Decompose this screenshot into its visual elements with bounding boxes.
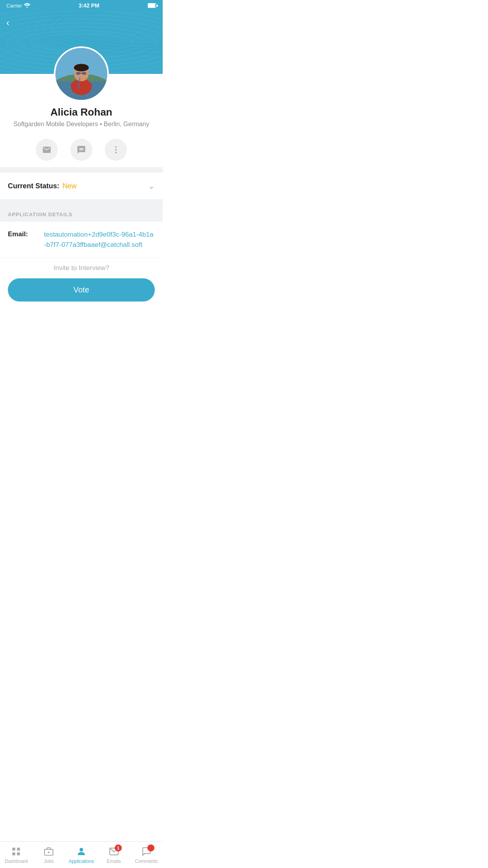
avatar bbox=[54, 46, 109, 101]
profile-info: Alicia Rohan Softgarden Mobile Developer… bbox=[0, 101, 163, 131]
status-time: 3:42 PM bbox=[79, 2, 99, 9]
svg-point-22 bbox=[74, 64, 89, 72]
email-value[interactable]: testautomation+2d9e0f3c-96a1-4b1a-b7f7-0… bbox=[44, 230, 155, 250]
svg-rect-20 bbox=[82, 72, 86, 75]
chevron-down-icon: ⌄ bbox=[148, 181, 155, 191]
section-divider-2 bbox=[0, 200, 163, 205]
profile-name: Alicia Rohan bbox=[8, 106, 155, 118]
svg-point-24 bbox=[115, 146, 117, 148]
email-label: Email: bbox=[8, 230, 39, 238]
avatar-container bbox=[0, 46, 163, 101]
vote-button[interactable]: Vote bbox=[8, 278, 155, 302]
status-bar: Carrier 3:42 PM bbox=[0, 0, 163, 11]
more-dots-icon bbox=[111, 145, 121, 154]
invite-text: Invite to Interview? bbox=[0, 258, 163, 277]
chat-icon bbox=[77, 145, 86, 154]
app-details-title: APPLICATION DETAILS bbox=[8, 211, 72, 217]
profile-subtitle: Softgarden Mobile Developers • Berlin, G… bbox=[8, 121, 155, 128]
status-carrier: Carrier bbox=[6, 3, 30, 9]
email-icon bbox=[42, 145, 51, 154]
svg-rect-19 bbox=[76, 72, 80, 75]
status-value: New bbox=[62, 182, 148, 190]
svg-point-26 bbox=[115, 152, 117, 153]
more-action-button[interactable] bbox=[105, 139, 127, 161]
wifi-icon bbox=[24, 3, 30, 8]
action-buttons bbox=[0, 131, 163, 167]
status-battery bbox=[148, 3, 156, 8]
svg-point-25 bbox=[115, 149, 117, 151]
email-detail-row: Email: testautomation+2d9e0f3c-96a1-4b1a… bbox=[0, 222, 163, 258]
svg-point-0 bbox=[26, 7, 28, 8]
section-divider-1 bbox=[0, 167, 163, 173]
status-row[interactable]: Current Status: New ⌄ bbox=[0, 173, 163, 200]
avatar-image bbox=[55, 46, 107, 101]
chat-action-button[interactable] bbox=[70, 139, 92, 161]
status-label: Current Status: bbox=[8, 182, 59, 190]
app-details-header: APPLICATION DETAILS bbox=[0, 205, 163, 222]
email-action-button[interactable] bbox=[36, 139, 58, 161]
back-button[interactable]: ‹ bbox=[6, 17, 9, 28]
